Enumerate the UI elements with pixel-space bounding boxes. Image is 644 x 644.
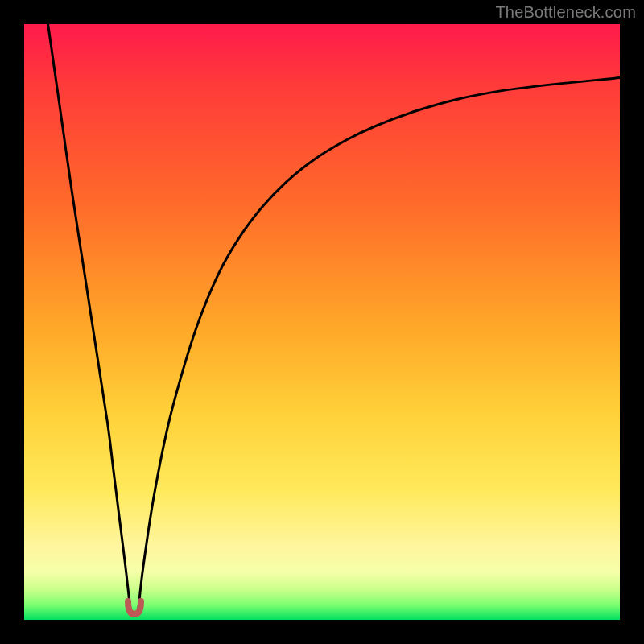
bottleneck-curve bbox=[24, 24, 620, 620]
curve-path bbox=[48, 24, 620, 608]
watermark: TheBottleneck.com bbox=[495, 3, 636, 22]
plot-area bbox=[24, 24, 620, 620]
frame: TheBottleneck.com bbox=[0, 0, 644, 644]
